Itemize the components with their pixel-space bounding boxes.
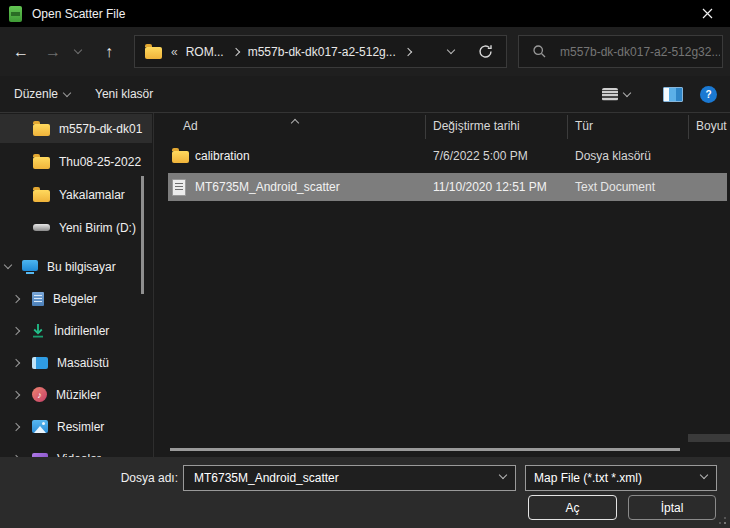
- file-modified: 7/6/2022 5:00 PM: [433, 142, 528, 170]
- sidebar-item-bu-bilgisayar[interactable]: Bu bilgisayar: [0, 252, 152, 281]
- forward-icon: →: [45, 43, 61, 61]
- app-icon: [9, 6, 22, 22]
- breadcrumb-overflow[interactable]: «: [171, 45, 178, 59]
- sidebar-item-label: Resimler: [57, 420, 104, 434]
- computer-icon: [22, 260, 38, 271]
- sidebar-item-masaustu[interactable]: Masaüstü: [0, 348, 152, 377]
- folder-icon: [33, 124, 50, 136]
- sidebar-item-label: Yakalamalar: [59, 188, 125, 202]
- file-name: calibration: [195, 142, 250, 170]
- column-header-name[interactable]: Ad: [183, 119, 198, 133]
- help-button[interactable]: ?: [700, 76, 717, 112]
- sidebar-item-resimler[interactable]: Resimler: [0, 412, 152, 441]
- column-separator[interactable]: [567, 115, 568, 139]
- sidebar-item-label: Masaüstü: [57, 356, 109, 370]
- command-toolbar: Düzenle Yeni klasör ?: [0, 76, 730, 113]
- folder-icon: [33, 190, 50, 202]
- search-icon: [533, 45, 546, 58]
- forward-button[interactable]: →: [38, 27, 68, 76]
- recent-locations-button[interactable]: [66, 27, 90, 76]
- file-modified: 11/10/2020 12:51 PM: [433, 173, 547, 201]
- new-folder-label: Yeni klasör: [95, 87, 153, 101]
- column-header-type[interactable]: Tür: [575, 119, 593, 133]
- column-separator[interactable]: [425, 115, 426, 139]
- close-button[interactable]: [685, 0, 730, 27]
- search-box[interactable]: [518, 35, 723, 68]
- file-row-scatter[interactable]: MT6735M_Android_scatter 11/10/2020 12:51…: [168, 173, 727, 201]
- chevron-down-icon[interactable]: [700, 471, 708, 479]
- chevron-down-icon: [63, 88, 71, 96]
- sidebar-scrollbar[interactable]: [141, 176, 144, 294]
- organize-button[interactable]: Düzenle: [14, 76, 70, 112]
- file-type: Dosya klasörü: [575, 142, 651, 170]
- music-icon: ♪: [32, 387, 47, 402]
- chevron-collapsed-icon[interactable]: [11, 328, 21, 334]
- refresh-icon[interactable]: [478, 44, 493, 59]
- sidebar-item-yeni-birim[interactable]: Yeni Birim (D:): [0, 213, 152, 242]
- sort-ascending-icon: [292, 115, 298, 129]
- organize-label: Düzenle: [14, 87, 58, 101]
- folder-icon: [172, 142, 189, 170]
- chevron-down-icon: [623, 88, 631, 96]
- chevron-collapsed-icon[interactable]: [11, 296, 21, 302]
- file-row-calibration[interactable]: calibration 7/6/2022 5:00 PM Dosya klasö…: [168, 142, 727, 170]
- sidebar-item-indirilenler[interactable]: İndirilenler: [0, 316, 152, 345]
- breadcrumb-item-rom[interactable]: ROM...: [186, 45, 224, 59]
- filetype-combobox[interactable]: Map File (*.txt *.xml): [525, 465, 717, 491]
- file-name: MT6735M_Android_scatter: [195, 173, 340, 201]
- back-button[interactable]: ←: [6, 27, 36, 76]
- column-header-modified[interactable]: Değiştirme tarihi: [433, 119, 520, 133]
- horizontal-scrollbar[interactable]: [170, 448, 680, 451]
- view-mode-button[interactable]: [602, 76, 630, 112]
- close-icon: [702, 8, 713, 19]
- dialog-footer: Dosya adı: Map File (*.txt *.xml) Aç İpt…: [0, 457, 730, 528]
- column-separator[interactable]: [688, 115, 689, 139]
- breadcrumb-item-current[interactable]: m557b-dk-dk017-a2-512g...: [248, 45, 396, 59]
- file-type: Text Document: [575, 173, 655, 201]
- sidebar-item-label: Bu bilgisayar: [47, 260, 116, 274]
- sidebar-item-yakalamalar[interactable]: Yakalamalar: [0, 180, 152, 209]
- up-button[interactable]: ↑: [94, 27, 124, 76]
- documents-icon: [32, 292, 44, 306]
- column-header-size[interactable]: Boyut: [696, 119, 727, 133]
- text-file-icon: [172, 173, 186, 201]
- new-folder-button[interactable]: Yeni klasör: [95, 76, 153, 112]
- preview-pane-icon: [663, 87, 683, 102]
- filename-input[interactable]: [192, 470, 486, 486]
- window-title: Open Scatter File: [32, 7, 125, 21]
- sidebar-item-belgeler[interactable]: Belgeler: [0, 284, 152, 313]
- cancel-button-label: İptal: [661, 501, 684, 515]
- file-list: Ad Değiştirme tarihi Tür Boyut calibrati…: [154, 113, 730, 457]
- resize-grip[interactable]: [724, 522, 726, 524]
- preview-pane-button[interactable]: [663, 76, 683, 112]
- pictures-icon: [32, 420, 48, 433]
- filetype-value: Map File (*.txt *.xml): [534, 471, 642, 485]
- sidebar-item-muzikler[interactable]: ♪ Müzikler: [0, 380, 152, 409]
- chevron-down-icon: [74, 46, 82, 54]
- sidebar-item-label: Thu08-25-2022: [59, 155, 141, 169]
- search-input[interactable]: [558, 44, 722, 60]
- chevron-right-icon[interactable]: [231, 47, 239, 55]
- open-button[interactable]: Aç: [528, 495, 617, 520]
- sidebar-item-label: Müzikler: [56, 388, 101, 402]
- filename-combobox[interactable]: [183, 465, 516, 491]
- chevron-expanded-icon[interactable]: [3, 265, 13, 268]
- address-bar[interactable]: « ROM... m557b-dk-dk017-a2-512g...: [134, 35, 507, 68]
- sidebar-item-label: İndirilenler: [54, 324, 109, 338]
- chevron-right-icon[interactable]: [404, 47, 412, 55]
- cancel-button[interactable]: İptal: [628, 495, 716, 520]
- chevron-collapsed-icon[interactable]: [11, 392, 21, 398]
- title-bar: Open Scatter File: [0, 0, 730, 27]
- scrollbar-corner: [688, 434, 730, 442]
- help-icon: ?: [700, 86, 717, 103]
- sidebar-item-m557b[interactable]: m557b-dk-dk01: [0, 114, 152, 143]
- address-dropdown-icon[interactable]: [447, 46, 455, 54]
- folder-icon: [145, 47, 162, 59]
- chevron-down-icon[interactable]: [499, 471, 507, 479]
- up-icon: ↑: [105, 43, 113, 61]
- chevron-collapsed-icon[interactable]: [11, 424, 21, 430]
- details-view-icon: [602, 88, 618, 101]
- sidebar-item-videolar[interactable]: Videolar: [0, 444, 152, 457]
- chevron-collapsed-icon[interactable]: [11, 360, 21, 366]
- sidebar-item-thu08[interactable]: Thu08-25-2022: [0, 147, 152, 176]
